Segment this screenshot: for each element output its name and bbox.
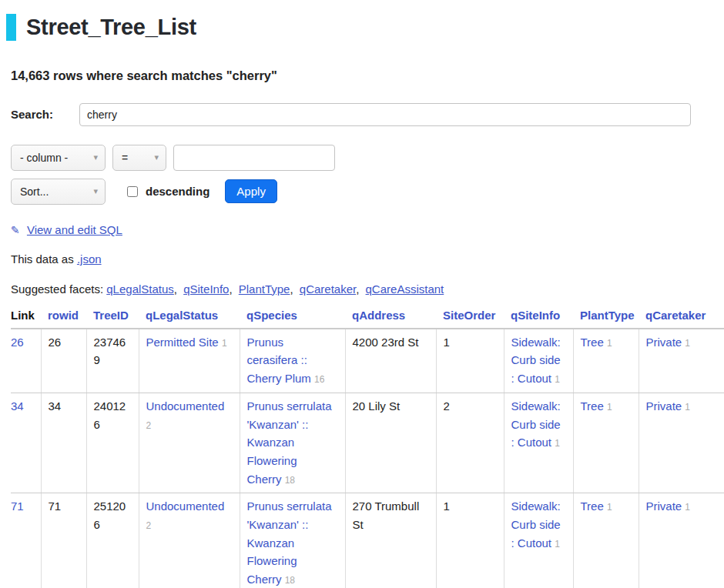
json-link[interactable]: .json	[77, 252, 102, 266]
facet-separator: ,	[174, 282, 177, 296]
cell-qspecies: Prunus serrulata 'Kwanzan' :: Kwanzan Fl…	[240, 493, 345, 588]
column-header-link: Link	[11, 309, 41, 329]
cell-planttype: Tree 1	[573, 493, 639, 588]
cell-planttype: Tree 1	[573, 393, 639, 493]
facet-link-qcareassistant[interactable]: qCareAssistant	[366, 282, 444, 296]
column-header-qsiteinfo-link[interactable]: qSiteInfo	[511, 309, 560, 322]
chevron-down-icon: ▾	[93, 152, 98, 162]
cell-qlegalstatus: Permitted Site 1	[139, 329, 240, 393]
column-select-value: - column -	[20, 152, 68, 164]
facet-count: 1	[607, 338, 612, 349]
search-label: Search:	[11, 108, 53, 121]
facet-count: 18	[285, 575, 295, 586]
facet-value-link[interactable]: Sidewalk: Curb side : Cutout	[511, 499, 561, 549]
facet-link-qcaretaker[interactable]: qCaretaker	[300, 282, 356, 296]
column-header-planttype-link[interactable]: PlantType	[580, 309, 635, 322]
cell-qcaretaker: Private 1	[639, 393, 724, 493]
column-header-qspecies-link[interactable]: qSpecies	[246, 309, 297, 322]
cell-rowid: 71	[41, 493, 86, 588]
row-link[interactable]: 34	[11, 399, 24, 413]
cell-rowid: 34	[41, 393, 86, 493]
facet-value-link[interactable]: Undocumented	[146, 499, 225, 513]
column-header-planttype: PlantType	[573, 309, 639, 329]
facet-value-link[interactable]: Tree	[581, 499, 604, 513]
column-header-qlegalstatus-link[interactable]: qLegalStatus	[146, 309, 218, 322]
facet-value-link[interactable]: Private	[646, 336, 682, 349]
facet-value-link[interactable]: Prunus cerasifera :: Cherry Plum	[247, 336, 311, 385]
facet-separator: ,	[356, 282, 359, 296]
facet-count: 18	[285, 475, 295, 486]
facets-prefix: Suggested facets:	[11, 282, 103, 296]
page: Street_Tree_List 14,663 rows where searc…	[0, 14, 724, 588]
row-link[interactable]: 26	[11, 336, 24, 349]
column-select[interactable]: - column - ▾	[11, 145, 106, 171]
facet-value-link[interactable]: Tree	[581, 336, 604, 349]
facet-separator: ,	[290, 282, 293, 296]
cell-planttype: Tree 1	[573, 329, 639, 393]
cell-qsiteinfo: Sidewalk: Curb side : Cutout 1	[504, 493, 573, 588]
sort-select-value: Sort...	[20, 185, 49, 198]
facet-count: 2	[146, 520, 152, 531]
facet-value-link[interactable]: Sidewalk: Curb side : Cutout	[511, 399, 561, 449]
suggested-facets-line: Suggested facets: qLegalStatus, qSiteInf…	[11, 282, 724, 296]
cell-treeid: 251206	[86, 493, 139, 588]
column-header-qsiteinfo: qSiteInfo	[504, 309, 573, 329]
facet-value-link[interactable]: Prunus serrulata 'Kwanzan' :: Kwanzan Fl…	[247, 399, 332, 486]
sort-form: Sort... ▾ descending Apply	[11, 179, 724, 205]
cell-qsiteinfo: Sidewalk: Curb side : Cutout 1	[504, 393, 573, 493]
column-header-qaddress: qAddress	[345, 309, 436, 329]
search-input[interactable]	[79, 103, 691, 126]
apply-button[interactable]: Apply	[225, 179, 277, 203]
facet-value-link[interactable]: Prunus serrulata 'Kwanzan' :: Kwanzan Fl…	[247, 499, 332, 586]
column-header-qspecies: qSpecies	[240, 309, 345, 329]
column-header-siteorder-link[interactable]: SiteOrder	[443, 309, 495, 322]
cell-siteorder: 2	[436, 393, 504, 493]
descending-label: descending	[146, 185, 209, 198]
table-header-row: Link rowid TreeID qLegalStatus qSpecies …	[11, 309, 724, 329]
column-header-treeid-link[interactable]: TreeID	[93, 309, 129, 322]
column-header-rowid-link[interactable]: rowid	[48, 309, 79, 322]
facet-value-link[interactable]: Private	[646, 399, 682, 413]
page-title: Street_Tree_List	[6, 14, 724, 41]
filter-value-input[interactable]	[173, 145, 335, 171]
column-header-siteorder: SiteOrder	[436, 309, 504, 329]
facet-count: 1	[685, 338, 690, 349]
facet-separator: ,	[229, 282, 232, 296]
cell-qaddress: 270 Trumbull St	[345, 493, 436, 588]
facet-link-qsiteinfo[interactable]: qSiteInfo	[183, 282, 229, 296]
facet-count: 1	[685, 502, 690, 513]
chevron-down-icon: ▾	[154, 152, 159, 162]
facet-link-qlegalstatus[interactable]: qLegalStatus	[106, 282, 174, 296]
column-header-qcaretaker-link[interactable]: qCaretaker	[645, 309, 706, 322]
facet-value-link[interactable]: Sidewalk: Curb side : Cutout	[511, 336, 561, 385]
cell-qlegalstatus: Undocumented 2	[139, 393, 240, 493]
row-link[interactable]: 71	[11, 499, 24, 513]
facet-count: 1	[607, 402, 612, 413]
descending-checkbox[interactable]	[127, 186, 138, 197]
facet-value-link[interactable]: Permitted Site	[146, 336, 219, 349]
facet-count: 1	[555, 438, 560, 449]
facet-value-link[interactable]: Tree	[581, 399, 604, 413]
facet-count: 2	[146, 420, 152, 431]
cell-treeid: 240126	[86, 393, 139, 493]
sql-link-line: ✎ View and edit SQL	[11, 223, 724, 236]
sort-select[interactable]: Sort... ▾	[11, 179, 106, 205]
column-header-treeid: TreeID	[86, 309, 139, 329]
facet-link-planttype[interactable]: PlantType	[239, 282, 290, 296]
cell-link: 34	[11, 393, 41, 493]
column-header-qaddress-link[interactable]: qAddress	[352, 309, 405, 322]
filter-form: - column - ▾ = ▾	[11, 145, 724, 171]
operator-select[interactable]: = ▾	[112, 145, 166, 171]
cell-siteorder: 1	[436, 493, 504, 588]
cell-link: 71	[11, 493, 41, 588]
column-header-qcaretaker: qCaretaker	[639, 309, 724, 329]
view-edit-sql-link[interactable]: View and edit SQL	[27, 223, 122, 236]
chevron-down-icon: ▾	[93, 186, 98, 196]
table-row: 26 26 237469 Permitted Site 1 Prunus cer…	[11, 329, 724, 393]
facet-count: 1	[222, 338, 227, 349]
cell-qspecies: Prunus cerasifera :: Cherry Plum 16	[240, 329, 345, 393]
facet-value-link[interactable]: Undocumented	[146, 399, 225, 413]
row-count-text: 14,663 rows where search matches "cherry…	[11, 68, 724, 83]
facet-value-link[interactable]: Private	[646, 499, 682, 513]
column-header-qlegalstatus: qLegalStatus	[139, 309, 240, 329]
